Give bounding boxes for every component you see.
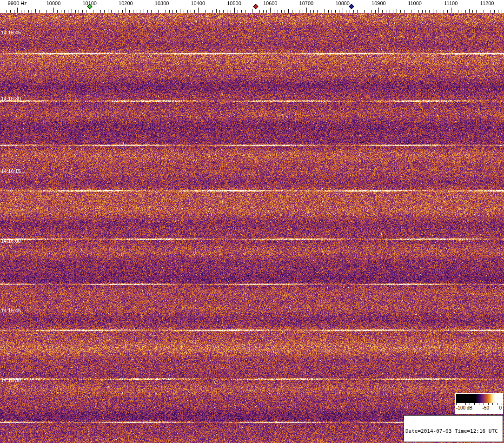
colorbar-tick: [456, 403, 457, 405]
freq-axis-label: 10700: [299, 0, 314, 7]
station-info-box: Date=2014-07-03 Time=12:16 UTC Freq=143 …: [404, 415, 503, 442]
time-axis-label: 14:16:45: [1, 29, 21, 36]
colorbar-tick: [488, 403, 489, 405]
colorbar-legend: -100 dB -50 0: [455, 393, 503, 414]
freq-axis-label: 10500: [227, 0, 241, 7]
time-axis-label: 14:16:15: [1, 168, 21, 174]
freq-axis-label: 10600: [263, 0, 278, 7]
freq-axis-label: 10400: [191, 0, 206, 7]
colorbar-labels: -100 dB -50 0: [456, 405, 502, 411]
colorbar-mid-label: -50: [483, 405, 489, 411]
colorbar-tick: [461, 403, 461, 405]
time-axis-label: 14:16:00: [1, 238, 21, 244]
time-axis-label: 14:15:45: [1, 307, 21, 314]
spectrogram-waterfall-canvas: [0, 13, 504, 443]
colorbar-tick: [470, 403, 470, 405]
colorbar-min-label: -100 dB: [456, 405, 472, 411]
colorbar-tick: [497, 403, 497, 405]
freq-axis-label: 10300: [155, 0, 169, 7]
freq-axis-label: 10800: [335, 0, 350, 7]
frequency-axis-ticks: [0, 0, 504, 13]
freq-axis-label: 10200: [119, 0, 133, 7]
colorbar-tick: [479, 403, 479, 405]
spectrogram-screen: 9900 Hz100001010010200103001040010500106…: [0, 0, 504, 443]
colorbar-gradient: [456, 394, 502, 403]
freq-axis-label: 10900: [371, 0, 386, 7]
freq-axis-label: 11000: [408, 0, 422, 7]
colorbar-max-label: 0: [499, 405, 502, 411]
colorbar-tick: [465, 403, 466, 405]
time-axis-label: 14:16:30: [1, 95, 21, 102]
freq-axis-label: 10000: [46, 0, 61, 7]
time-axis-label: 14:15:30: [1, 377, 21, 383]
colorbar-tick: [484, 403, 484, 405]
frequency-axis: 9900 Hz100001010010200103001040010500106…: [0, 0, 504, 13]
colorbar-tick: [474, 403, 475, 405]
freq-axis-label: 11100: [444, 0, 458, 7]
freq-axis-label: 9900 Hz: [8, 0, 27, 7]
info-date-time: Date=2014-07-03 Time=12:16 UTC: [405, 428, 501, 434]
colorbar-tick: [492, 403, 493, 405]
freq-axis-label: 11200: [480, 0, 494, 7]
colorbar-tick: [502, 403, 502, 405]
colorbar-tick-ruler: [456, 403, 502, 405]
